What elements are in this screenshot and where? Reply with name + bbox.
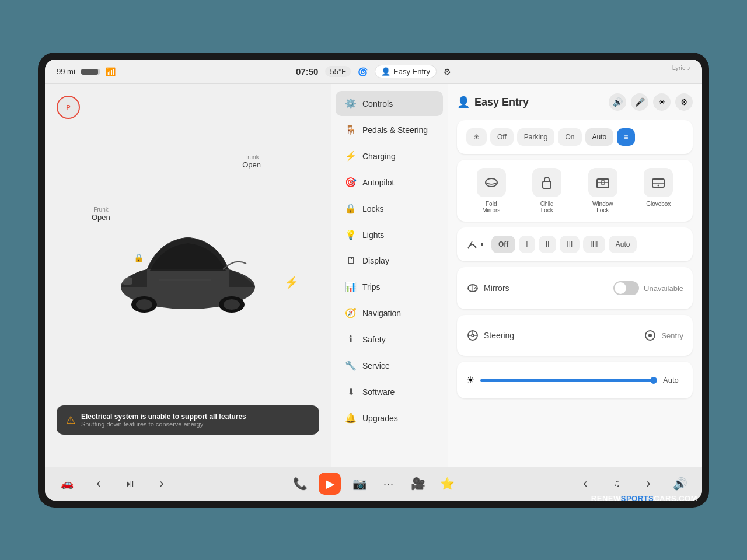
media-app-btn[interactable]: ▶ [319, 473, 341, 495]
mirrors-card: Mirrors Unavailable [457, 267, 693, 309]
trunk-value: Open [242, 160, 261, 169]
car-home-btn[interactable]: 🚗 [57, 473, 78, 494]
menu-item-autopilot[interactable]: 🎯 Autopilot [336, 170, 443, 195]
person-icon-header: 👤 [457, 96, 470, 108]
media-control-btn[interactable]: ⏯ [120, 473, 141, 494]
brightness-icon-btn[interactable]: ☀ [653, 93, 671, 111]
easy-entry-badge[interactable]: 👤 Easy Entry [375, 65, 437, 78]
menu-item-upgrades[interactable]: 🔔 Upgrades [336, 405, 443, 430]
wiper-2-btn[interactable]: II [539, 236, 557, 253]
brightness-slider[interactable] [480, 379, 657, 382]
beam-icon: ≡ [624, 133, 628, 141]
taskbar-left: 🚗 ‹ ⏯ › [57, 473, 172, 494]
fold-mirrors-control[interactable]: FoldMirrors [466, 168, 516, 214]
wipers-card: Off I II III IIII Auto [457, 228, 693, 261]
wiper-off-btn[interactable]: Off [491, 236, 515, 253]
locks-icon: 🔒 [345, 203, 357, 214]
menu-item-charging[interactable]: ⚡ Charging [336, 144, 443, 169]
settings-title-text: Easy Entry [474, 96, 529, 108]
arcade-btn[interactable]: ⭐ [437, 473, 458, 494]
volume-btn[interactable]: 🔊 [669, 473, 690, 494]
steering-row: Steering Sentry [466, 323, 683, 348]
child-lock-icon [532, 168, 561, 197]
headlights-parking-btn[interactable]: Parking [517, 128, 555, 146]
window-lock-label: WindowLock [592, 201, 613, 214]
wiper-1-btn[interactable]: I [519, 236, 535, 253]
menu-item-controls[interactable]: ⚙️ Controls [336, 91, 443, 116]
warning-text: Electrical system is unable to support a… [81, 412, 246, 428]
headlights-row: ☀ Off Parking On Auto ≡ [466, 128, 683, 146]
steering-card: Steering Sentry [457, 315, 693, 356]
watermark-renew: RENEW [591, 494, 621, 503]
screen-inner: 99 mi 📶 07:50 55°F 🌀 👤 Easy Entry ⚙ Lyri… [45, 60, 702, 501]
park-badge: P [57, 96, 80, 119]
controls-icon: ⚙️ [345, 98, 357, 109]
wiper-4-btn[interactable]: IIII [583, 236, 605, 253]
camera-btn[interactable]: 📷 [349, 473, 370, 494]
settings-panel: 👤 Easy Entry 🔊 🎤 ☀ ⚙ [448, 84, 702, 467]
wiper-icon [466, 239, 478, 250]
brightness-card: ☀ Auto [457, 362, 693, 398]
warning-subtitle: Shutting down features to conserve energ… [81, 421, 246, 428]
more-apps-btn[interactable]: ··· [378, 473, 399, 494]
menu-item-pedals[interactable]: 🪑 Pedals & Steering [336, 117, 443, 142]
prev-right-btn[interactable]: ‹ [575, 473, 596, 494]
headlights-highbeam-btn[interactable]: ≡ [617, 128, 635, 146]
window-lock-control[interactable]: WindowLock [578, 168, 628, 214]
menu-item-display[interactable]: 🖥 Display [336, 249, 443, 273]
person-icon: 👤 [381, 67, 390, 76]
menu-item-safety[interactable]: ℹ Safety [336, 327, 443, 352]
svg-point-23 [648, 334, 652, 337]
media-app-icon: ▶ [326, 477, 334, 491]
steering-label-group: Steering [466, 329, 514, 342]
menu-item-software[interactable]: ⬇ Software [336, 379, 443, 404]
headlights-auto-btn[interactable]: Auto [585, 128, 614, 146]
svg-rect-8 [543, 181, 551, 188]
child-lock-control[interactable]: ChildLock [522, 168, 573, 214]
headlights-card: ☀ Off Parking On Auto ≡ [457, 120, 693, 154]
gear-icon-btn[interactable]: ⚙ [675, 93, 693, 111]
mirrors-value: Unavailable [644, 284, 683, 293]
locks-label: Locks [362, 204, 384, 214]
safety-icon: ℹ [345, 334, 357, 345]
frunk-value: Open [92, 213, 110, 222]
dashcam-btn[interactable]: 🎥 [407, 473, 428, 494]
navigation-icon: 🧭 [345, 307, 357, 318]
pedals-icon: 🪑 [345, 124, 357, 135]
climate-icon: 🌀 [358, 67, 368, 76]
mic-icon-btn[interactable]: 🎤 [631, 93, 648, 111]
wiper-3-btn[interactable]: III [560, 236, 580, 253]
menu-item-trips[interactable]: 📊 Trips [336, 274, 443, 299]
fold-mirrors-icon [477, 168, 506, 197]
prev-track-btn[interactable]: ‹ [88, 473, 109, 494]
next-right-btn[interactable]: › [638, 473, 659, 494]
svg-point-4 [224, 299, 240, 310]
steering-control: Sentry [644, 329, 683, 342]
trunk-title: Trunk [242, 154, 261, 160]
headlights-off-btn[interactable]: Off [490, 128, 514, 146]
warning-title: Electrical system is unable to support a… [81, 412, 246, 421]
screen-bezel: 99 mi 📶 07:50 55°F 🌀 👤 Easy Entry ⚙ Lyri… [38, 52, 709, 508]
menu-item-locks[interactable]: 🔒 Locks [336, 196, 443, 221]
audio-btn[interactable]: ♫ [606, 473, 627, 494]
next-track-btn[interactable]: › [151, 473, 172, 494]
glovebox-control[interactable]: Glovebox [634, 168, 684, 214]
menu-item-navigation[interactable]: 🧭 Navigation [336, 300, 443, 326]
phone-btn[interactable]: 📞 [289, 473, 310, 494]
battery-bar [81, 69, 100, 75]
headlights-on-btn[interactable]: On [558, 128, 581, 146]
settings-dot: ⚙ [444, 67, 451, 76]
mirrors-toggle[interactable] [613, 281, 639, 295]
menu-item-lights[interactable]: 💡 Lights [336, 222, 443, 247]
charge-label: ⚡ [284, 275, 299, 289]
wiper-auto-btn[interactable]: Auto [609, 236, 637, 253]
watermark-cars: CARS.COM [654, 494, 697, 503]
glovebox-icon [644, 168, 673, 197]
menu-item-service[interactable]: 🔧 Service [336, 353, 443, 378]
main-content: P Trunk Open Frunk Open ⚡ [45, 84, 702, 467]
mirrors-control: Unavailable [613, 281, 683, 295]
pedals-label: Pedals & Steering [362, 125, 428, 135]
lyric-indicator: Lyric ♪ [672, 64, 690, 71]
speaker-icon-btn[interactable]: 🔊 [609, 93, 626, 111]
battery-level: 99 mi [57, 67, 75, 76]
